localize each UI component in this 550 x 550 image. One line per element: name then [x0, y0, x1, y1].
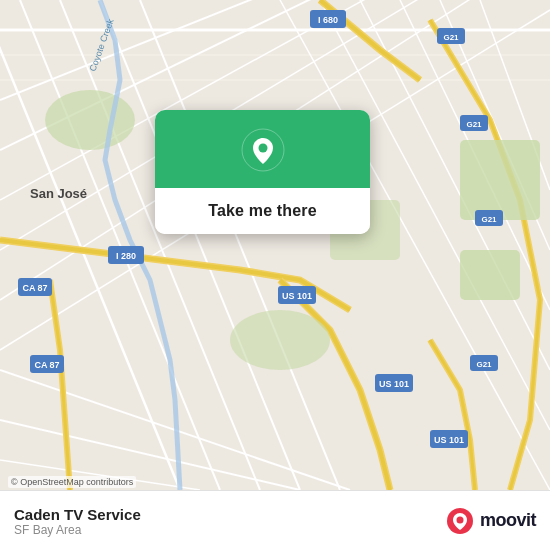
moovit-brand-text: moovit	[480, 510, 536, 531]
osm-attribution: © OpenStreetMap contributors	[8, 476, 136, 488]
svg-point-27	[230, 310, 330, 370]
svg-text:San José: San José	[30, 186, 87, 201]
svg-point-54	[258, 144, 267, 153]
svg-text:I 280: I 280	[116, 251, 136, 261]
svg-text:CA 87: CA 87	[34, 360, 59, 370]
svg-text:US 101: US 101	[379, 379, 409, 389]
svg-text:US 101: US 101	[434, 435, 464, 445]
svg-rect-26	[460, 250, 520, 300]
footer-info: Caden TV Service SF Bay Area	[14, 504, 141, 537]
svg-point-24	[45, 90, 135, 150]
footer: Caden TV Service SF Bay Area moovit	[0, 490, 550, 550]
location-subtitle: SF Bay Area	[14, 523, 141, 537]
map-view[interactable]: I 680 G21 G21 G21 G21 I 280 CA 87 CA 87 …	[0, 0, 550, 490]
svg-text:G21: G21	[481, 215, 497, 224]
location-pin-icon	[241, 128, 285, 172]
location-title: Caden TV Service	[14, 506, 141, 523]
svg-text:G21: G21	[476, 360, 492, 369]
map-svg: I 680 G21 G21 G21 G21 I 280 CA 87 CA 87 …	[0, 0, 550, 490]
moovit-logo: moovit	[446, 507, 536, 535]
location-popup: Take me there	[155, 110, 370, 234]
svg-rect-25	[460, 140, 540, 220]
svg-text:G21: G21	[466, 120, 482, 129]
take-me-there-button[interactable]: Take me there	[155, 188, 370, 234]
moovit-pin-icon	[446, 507, 474, 535]
svg-text:CA 87: CA 87	[22, 283, 47, 293]
svg-text:G21: G21	[443, 33, 459, 42]
popup-header	[155, 110, 370, 188]
svg-text:US 101: US 101	[282, 291, 312, 301]
svg-text:I 680: I 680	[318, 15, 338, 25]
svg-point-56	[456, 516, 463, 523]
